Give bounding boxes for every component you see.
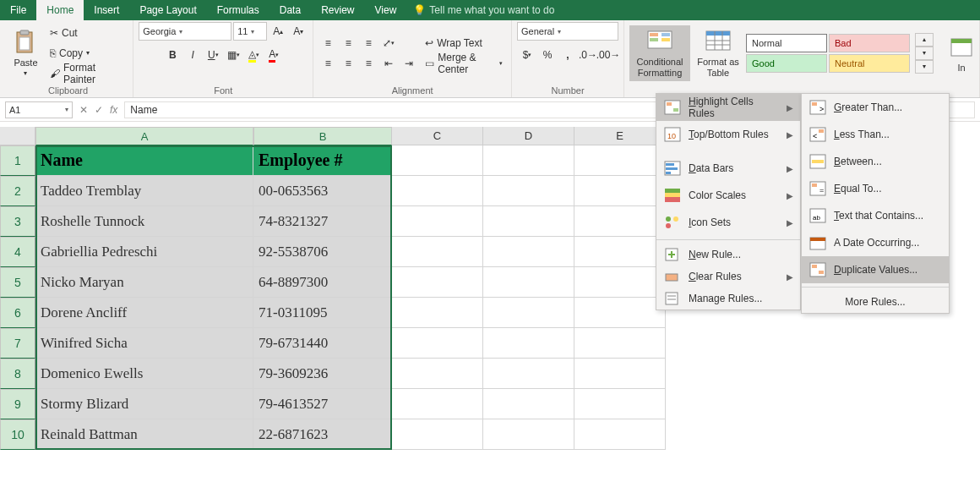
cell[interactable]: [483, 176, 574, 206]
cancel-formula-button[interactable]: ✕: [79, 104, 88, 116]
row-header[interactable]: 9: [0, 389, 35, 419]
cell[interactable]: [392, 419, 483, 450]
cell-style-good[interactable]: Good: [746, 54, 827, 73]
row-header[interactable]: 5: [0, 267, 35, 298]
name-box[interactable]: A1▾: [5, 101, 73, 118]
borders-button[interactable]: ▦▾: [224, 46, 242, 64]
cell[interactable]: [483, 328, 574, 359]
fill-color-button[interactable]: ◬▾: [244, 46, 263, 64]
cell[interactable]: [574, 267, 666, 298]
enter-formula-button[interactable]: ✓: [95, 104, 103, 116]
increase-decimal-button[interactable]: .0→: [579, 46, 597, 64]
menu-text-contains[interactable]: ab Text that Contains...: [802, 202, 949, 229]
font-name-select[interactable]: Georgia▾: [139, 22, 231, 41]
menu-between[interactable]: Between...: [802, 148, 949, 175]
cell[interactable]: [392, 359, 483, 389]
cell[interactable]: [574, 176, 666, 206]
cell[interactable]: [483, 389, 574, 419]
copy-button[interactable]: ⎘Copy▾: [46, 44, 128, 63]
fx-button[interactable]: fx: [110, 104, 117, 116]
cell-style-normal[interactable]: Normal: [746, 34, 827, 52]
cell[interactable]: Taddeo Tremblay: [35, 176, 253, 206]
cell[interactable]: [483, 298, 574, 328]
row-header[interactable]: 3: [0, 206, 35, 237]
bold-button[interactable]: B: [163, 46, 182, 64]
cell[interactable]: Roshelle Tunnock: [35, 206, 253, 237]
cell[interactable]: Employee #: [253, 145, 392, 176]
tab-insert[interactable]: Insert: [84, 0, 129, 20]
cell[interactable]: [574, 389, 666, 419]
menu-clear-rules[interactable]: Clear Rules ▶: [656, 266, 800, 288]
insert-cells-button[interactable]: In: [949, 25, 974, 81]
number-format-select[interactable]: General▾: [517, 22, 618, 41]
tab-file[interactable]: File: [0, 0, 36, 20]
row-header[interactable]: 6: [0, 298, 35, 328]
merge-center-button[interactable]: ▭Merge & Center▾: [422, 54, 506, 73]
percent-button[interactable]: %: [538, 46, 557, 64]
cell[interactable]: 79-6731440: [253, 328, 392, 359]
cell[interactable]: [574, 206, 666, 237]
tab-data[interactable]: Data: [270, 0, 311, 20]
cell[interactable]: 71-0311095: [253, 298, 392, 328]
row-header[interactable]: 2: [0, 176, 35, 206]
font-color-button[interactable]: A▾: [264, 46, 283, 64]
menu-manage-rules[interactable]: Manage Rules...: [656, 288, 800, 309]
indent-increase-button[interactable]: ⇥: [400, 54, 418, 73]
cell[interactable]: [574, 237, 666, 267]
column-header[interactable]: B: [253, 127, 392, 145]
menu-top-bottom-rules[interactable]: 10 Top/Bottom Rules ▶: [656, 121, 800, 148]
paste-button[interactable]: Paste ▾: [8, 25, 43, 81]
menu-highlight-cells-rules[interactable]: Highlight Cells Rules ▶: [656, 94, 800, 121]
cell[interactable]: [392, 206, 483, 237]
row-header[interactable]: 10: [0, 419, 35, 450]
column-header[interactable]: C: [392, 127, 483, 145]
cell[interactable]: [483, 359, 574, 389]
cell[interactable]: [483, 206, 574, 237]
cut-button[interactable]: ✂Cut: [46, 24, 128, 42]
row-header[interactable]: 7: [0, 328, 35, 359]
column-header[interactable]: D: [483, 127, 574, 145]
cell[interactable]: [483, 419, 574, 450]
cell[interactable]: [483, 267, 574, 298]
menu-more-rules[interactable]: More Rules...: [802, 291, 949, 313]
cell[interactable]: Stormy Blizard: [35, 389, 253, 419]
menu-data-bars[interactable]: Data Bars ▶: [656, 155, 800, 182]
align-middle-button[interactable]: ≡: [339, 34, 357, 52]
tab-view[interactable]: View: [365, 0, 407, 20]
cell[interactable]: Reinald Battman: [35, 419, 253, 450]
shrink-font-button[interactable]: A▾: [289, 22, 308, 41]
cell[interactable]: Domenico Ewells: [35, 359, 253, 389]
cell[interactable]: [574, 419, 666, 450]
cell[interactable]: [483, 237, 574, 267]
column-header[interactable]: E: [574, 127, 666, 145]
align-right-button[interactable]: ≡: [359, 54, 378, 73]
cell[interactable]: [392, 389, 483, 419]
cell[interactable]: Name: [35, 145, 253, 176]
styles-more[interactable]: ▾: [915, 60, 934, 74]
styles-scroll-up[interactable]: ▴: [915, 33, 934, 47]
select-all-corner[interactable]: [0, 127, 35, 145]
cell[interactable]: Nicko Maryan: [35, 267, 253, 298]
menu-greater-than[interactable]: > Greater Than...: [802, 94, 949, 121]
tab-page-layout[interactable]: Page Layout: [129, 0, 206, 20]
orientation-button[interactable]: ⤢▾: [379, 34, 398, 52]
menu-new-rule[interactable]: New Rule...: [656, 244, 800, 266]
cell[interactable]: Winifred Sicha: [35, 328, 253, 359]
align-left-button[interactable]: ≡: [318, 54, 337, 73]
row-header[interactable]: 4: [0, 237, 35, 267]
column-header[interactable]: A: [35, 127, 253, 145]
menu-equal-to[interactable]: = Equal To...: [802, 175, 949, 202]
indent-decrease-button[interactable]: ⇤: [379, 54, 398, 73]
cell[interactable]: [483, 145, 574, 176]
cell[interactable]: [574, 359, 666, 389]
cell[interactable]: [392, 176, 483, 206]
cell[interactable]: 74-8321327: [253, 206, 392, 237]
cell-style-neutral[interactable]: Neutral: [829, 54, 910, 73]
cell[interactable]: 22-6871623: [253, 419, 392, 450]
menu-icon-sets[interactable]: Icon Sets ▶: [656, 209, 800, 236]
menu-duplicate-values[interactable]: Duplicate Values...: [802, 256, 949, 283]
cell[interactable]: [392, 145, 483, 176]
menu-less-than[interactable]: < Less Than...: [802, 121, 949, 148]
cell[interactable]: Dorene Ancliff: [35, 298, 253, 328]
cell[interactable]: [392, 237, 483, 267]
